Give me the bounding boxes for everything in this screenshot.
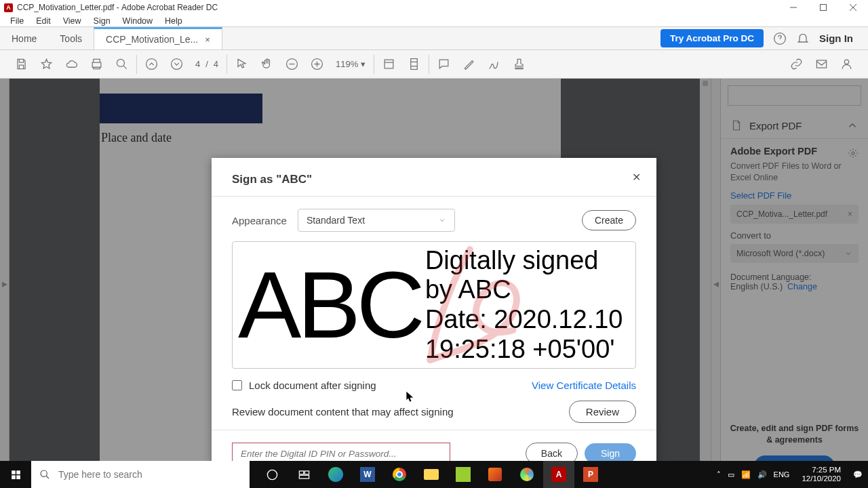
lock-document-checkbox[interactable] bbox=[232, 380, 242, 390]
acrobat-icon: A bbox=[4, 3, 13, 12]
menu-sign[interactable]: Sign bbox=[87, 16, 117, 26]
maximize-button[interactable] bbox=[808, 0, 838, 15]
sign-in-link[interactable]: Sign In bbox=[819, 33, 853, 44]
signature-preview: ABC Digitally signed by ABC Date: 2020.1… bbox=[232, 241, 636, 369]
hand-icon[interactable] bbox=[260, 58, 273, 70]
tray-volume-icon[interactable]: 🔊 bbox=[757, 470, 767, 479]
zoom-level[interactable]: 119% ▾ bbox=[336, 59, 366, 69]
workspace: ▸ Place and date ◂ Export PDF Adobe Expo… bbox=[0, 79, 868, 488]
tray-wifi-icon[interactable]: 📶 bbox=[741, 470, 751, 479]
zoom-out-icon[interactable] bbox=[285, 58, 298, 70]
svg-rect-9 bbox=[816, 60, 826, 68]
task-powerpoint[interactable]: P bbox=[575, 461, 606, 488]
taskbar-search[interactable]: Type here to search bbox=[31, 461, 250, 488]
window-titlebar: A CCP_Motivation_Letter.pdf - Adobe Acro… bbox=[0, 0, 868, 15]
menu-window[interactable]: Window bbox=[117, 16, 159, 26]
menu-file[interactable]: File bbox=[4, 16, 30, 26]
create-appearance-button[interactable]: Create bbox=[582, 210, 636, 230]
review-button[interactable]: Review bbox=[569, 401, 636, 423]
svg-rect-0 bbox=[821, 5, 827, 11]
view-certificate-link[interactable]: View Certificate Details bbox=[532, 380, 636, 391]
svg-rect-8 bbox=[411, 59, 418, 70]
zoom-in-icon[interactable] bbox=[311, 58, 323, 70]
review-text: Review document content that may affect … bbox=[232, 406, 454, 418]
mail-icon[interactable] bbox=[815, 58, 828, 70]
task-taskview[interactable] bbox=[288, 461, 319, 488]
search-icon[interactable] bbox=[115, 58, 128, 70]
tray-battery-icon[interactable]: ▭ bbox=[728, 470, 734, 479]
scroll-icon[interactable] bbox=[408, 58, 420, 70]
link-icon[interactable] bbox=[790, 58, 803, 70]
toolbar: 4/4 119% ▾ bbox=[0, 50, 868, 79]
bell-icon[interactable] bbox=[796, 32, 810, 45]
task-chrome[interactable] bbox=[384, 461, 415, 488]
mouse-cursor-icon bbox=[406, 390, 414, 403]
dialog-title: Sign as "ABC" bbox=[232, 173, 636, 186]
page-indicator[interactable]: 4/4 bbox=[195, 59, 218, 69]
menubar: File Edit View Sign Window Help bbox=[0, 15, 868, 27]
menu-edit[interactable]: Edit bbox=[30, 16, 57, 26]
pointer-icon[interactable] bbox=[235, 58, 248, 70]
task-acrobat[interactable]: A bbox=[543, 461, 574, 488]
try-acrobat-button[interactable]: Try Acrobat Pro DC bbox=[660, 29, 764, 47]
start-button[interactable] bbox=[0, 461, 31, 488]
save-icon[interactable] bbox=[15, 58, 28, 70]
tray-lang[interactable]: ENG bbox=[774, 470, 790, 479]
sign-dialog: Sign as "ABC" ✕ Appearance Standard Text… bbox=[212, 158, 656, 482]
print-icon[interactable] bbox=[90, 58, 103, 70]
cloud-icon[interactable] bbox=[65, 58, 78, 70]
star-icon[interactable] bbox=[40, 58, 53, 70]
svg-rect-16 bbox=[299, 475, 309, 479]
tray-chevron-icon[interactable]: ˄ bbox=[717, 470, 721, 479]
fit-icon[interactable] bbox=[382, 58, 395, 70]
svg-point-12 bbox=[41, 470, 47, 476]
svg-point-2 bbox=[117, 59, 124, 66]
signature-name: ABC bbox=[238, 258, 421, 352]
close-button[interactable] bbox=[838, 0, 868, 15]
sign-icon[interactable] bbox=[488, 58, 500, 70]
task-paint[interactable] bbox=[511, 461, 542, 488]
svg-rect-7 bbox=[384, 60, 393, 68]
acrobat-flourish-icon bbox=[409, 246, 524, 365]
chevron-down-icon bbox=[438, 216, 446, 224]
stamp-icon[interactable] bbox=[513, 58, 526, 70]
task-cortana[interactable] bbox=[256, 461, 288, 488]
comment-icon[interactable] bbox=[437, 58, 450, 70]
tray-clock[interactable]: 7:25 PM12/10/2020 bbox=[796, 466, 846, 483]
task-matlab[interactable] bbox=[479, 461, 511, 488]
task-word[interactable]: W bbox=[352, 461, 383, 488]
menu-view[interactable]: View bbox=[57, 16, 87, 26]
tab-document[interactable]: CCP_Motivation_Le... × bbox=[94, 27, 222, 49]
svg-point-13 bbox=[267, 470, 277, 479]
tab-tools[interactable]: Tools bbox=[48, 27, 94, 49]
dialog-close-button[interactable]: ✕ bbox=[629, 170, 643, 184]
windows-taskbar: Type here to search W A P ˄ ▭ 📶 🔊 ENG 7:… bbox=[0, 461, 868, 488]
svg-point-4 bbox=[172, 59, 182, 70]
appearance-label: Appearance bbox=[232, 215, 287, 226]
tab-close-icon[interactable]: × bbox=[205, 35, 210, 45]
page-up-icon[interactable] bbox=[145, 58, 158, 70]
minimize-button[interactable] bbox=[778, 0, 808, 15]
svg-point-3 bbox=[146, 59, 157, 70]
svg-rect-15 bbox=[304, 470, 309, 474]
appearance-select[interactable]: Standard Text bbox=[298, 209, 455, 232]
help-icon[interactable] bbox=[773, 32, 787, 45]
lock-document-label: Lock document after signing bbox=[249, 380, 376, 391]
menu-help[interactable]: Help bbox=[159, 16, 189, 26]
svg-point-10 bbox=[844, 60, 848, 64]
tab-home[interactable]: Home bbox=[0, 27, 48, 49]
svg-rect-14 bbox=[299, 470, 303, 474]
highlight-icon[interactable] bbox=[462, 58, 475, 70]
task-explorer[interactable] bbox=[416, 461, 447, 488]
page-down-icon[interactable] bbox=[170, 58, 183, 70]
user-icon[interactable] bbox=[840, 58, 853, 70]
title-app: Adobe Acrobat Reader DC bbox=[121, 3, 218, 12]
title-doc: CCP_Motivation_Letter.pdf bbox=[17, 3, 114, 12]
task-edge[interactable] bbox=[320, 461, 351, 488]
system-tray[interactable]: ˄ ▭ 📶 🔊 ENG 7:25 PM12/10/2020 💬 bbox=[717, 466, 868, 483]
task-notepadpp[interactable] bbox=[448, 461, 479, 488]
tab-strip: Home Tools CCP_Motivation_Le... × Try Ac… bbox=[0, 27, 868, 50]
search-icon bbox=[39, 469, 50, 480]
tray-notifications-icon[interactable]: 💬 bbox=[853, 470, 863, 479]
